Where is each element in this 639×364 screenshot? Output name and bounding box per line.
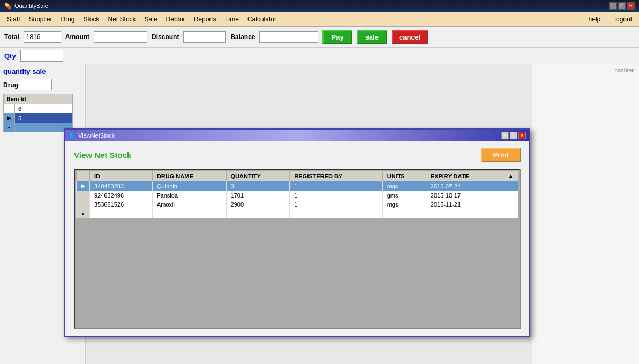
dialog-header: View Net Stock Print [74,148,521,162]
expiry-date-cell: 2015-11-21 [426,200,503,209]
row-arrow: • [77,209,90,218]
expiry-date-cell [426,209,503,218]
spacer-cell [503,191,518,200]
units-cell [382,209,426,218]
app-icon: 💊 [4,3,12,10]
dialog-heading: View Net Stock [74,150,131,160]
menu-sale[interactable]: Sale [140,14,162,25]
expiry-date-header: EXPIRY DATE [426,171,503,181]
menu-stock[interactable]: Stock [79,14,104,25]
print-button[interactable]: Print [481,148,521,162]
arrow-header [77,171,90,181]
amount-label: Amount [65,33,89,41]
balance-input[interactable] [259,31,318,43]
menu-net-stock[interactable]: Net Stock [104,14,140,25]
title-bar: 💊 QuantitySale ─ □ ✕ [0,0,639,12]
drug-label: Drug [3,81,18,89]
dialog-controls: ─ □ ✕ [501,132,526,139]
cancel-button[interactable]: cancel [392,30,428,44]
spacer-cell [503,200,518,209]
id-header: ID [90,171,153,181]
menu-help[interactable]: help [584,14,605,25]
id-cell: 924632496 [90,191,153,200]
id-cell: 353661526 [90,200,153,209]
menu-supplier[interactable]: Supplier [24,14,56,25]
drug-name-cell: Fansida [152,191,226,200]
registered-by-cell: 1 [290,181,382,191]
registered-by-header: REGISTERED BY [290,171,382,181]
dialog-table-wrapper: ID DRUG NAME QUANTITY REGISTERED BY UNIT… [74,169,521,329]
dialog-minimize-button[interactable]: ─ [501,132,509,139]
id-cell [90,209,153,218]
view-net-stock-dialog[interactable]: 🔷 ViewNetStock ─ □ ✕ View Net Stock Prin… [64,128,530,337]
title-bar-controls: ─ □ ✕ [609,2,635,10]
dialog-body: View Net Stock Print ID DRUG NAME QUANTI… [65,141,529,336]
total-input[interactable] [24,31,61,43]
drug-name-cell: Quinnin [152,181,226,191]
dialog-maximize-button[interactable]: □ [510,132,517,139]
table-row[interactable]: 353661526 Amoxil 2900 1 mgs 2015-11-21 [77,200,518,209]
table-row[interactable]: ▶ 340480283 Quinnin 0 1 mgs 2015-07-24 [77,181,518,191]
minimize-button[interactable]: ─ [609,2,617,10]
dialog-title-bar: 🔷 ViewNetStock ─ □ ✕ [65,130,529,141]
units-header: UNITS [382,171,426,181]
toolbar-row2: Qty [0,48,639,64]
table-row[interactable]: 6 [4,104,73,113]
qty-input[interactable] [20,50,63,62]
close-button[interactable]: ✕ [627,2,635,10]
table-row[interactable]: ▶ 5 [4,113,73,123]
row-arrow: • [4,123,15,132]
discount-label: Discount [152,33,179,41]
menu-debtor[interactable]: Debtor [162,14,190,25]
quantity-cell: 2900 [226,200,290,209]
right-panel [532,64,639,364]
item-id-header: Item Id [4,94,73,104]
menu-logout[interactable]: logout [610,14,636,25]
scroll-header: ▲ [503,171,518,181]
row-arrow [77,191,90,200]
menu-bar: Staff Supplier Drug Stock Net Stock Sale… [0,12,639,27]
id-cell: 340480283 [90,181,153,191]
app-title: QuantitySale [14,3,48,9]
dialog-icon: 🔷 [69,132,76,139]
maximize-button[interactable]: □ [618,2,626,10]
pay-button[interactable]: Pay [322,30,352,44]
discount-input[interactable] [183,31,226,43]
row-arrow: ▶ [77,181,90,191]
net-stock-table: ID DRUG NAME QUANTITY REGISTERED BY UNIT… [76,171,518,218]
menu-staff[interactable]: Staff [3,14,24,25]
item-id-cell: 6 [15,104,73,113]
main-area: quantity sale Drug Item Id 6 ▶ 5 [0,64,639,364]
table-row[interactable]: • [4,123,73,132]
quantity-header: QUANTITY [226,171,290,181]
expiry-date-cell: 2015-10-17 [426,191,503,200]
total-label: Total [4,33,19,41]
dialog-close-button[interactable]: ✕ [518,132,526,139]
dialog-title-left: 🔷 ViewNetStock [69,132,115,139]
table-row[interactable]: 924632496 Fansida 1701 1 gms 2015-10-17 [77,191,518,200]
registered-by-cell [290,209,382,218]
units-cell: mgs [382,200,426,209]
section-title: quantity sale [3,67,82,75]
drug-name-cell: Amoxil [152,200,226,209]
menu-reports[interactable]: Reports [190,14,221,25]
quantity-cell: 1701 [226,191,290,200]
qty-label: Qty [4,52,16,60]
spacer-cell [503,209,518,218]
quantity-cell: 0 [226,181,290,191]
sale-button[interactable]: sale [357,30,387,44]
item-id-cell: 5 [15,113,73,123]
row-arrow [77,200,90,209]
menu-calculator[interactable]: Calculator [243,14,281,25]
spacer-cell [503,181,518,191]
menu-drug[interactable]: Drug [57,14,79,25]
units-cell: gms [382,191,426,200]
amount-input[interactable] [94,31,147,43]
menu-bar-right: help logout [584,14,636,25]
item-table: Item Id 6 ▶ 5 • [3,94,73,132]
drug-input[interactable] [20,79,52,90]
table-row[interactable]: • [77,209,518,218]
menu-time[interactable]: Time [221,14,243,25]
quantity-cell [226,209,290,218]
registered-by-cell: 1 [290,200,382,209]
